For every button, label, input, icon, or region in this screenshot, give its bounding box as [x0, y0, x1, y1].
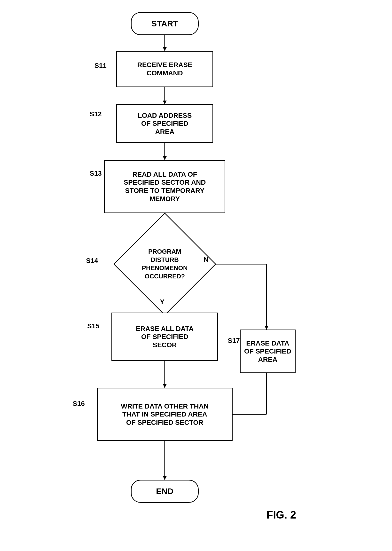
- s12-text: LOAD ADDRESS OF SPECIFIED AREA: [138, 111, 192, 136]
- s11-node: RECEIVE ERASE COMMAND: [116, 51, 213, 87]
- svg-marker-11: [163, 384, 167, 388]
- s17-node: ERASE DATA OF SPECIFIED AREA: [240, 330, 296, 373]
- s16-text: WRITE DATA OTHER THAN THAT IN SPECIFIED …: [121, 402, 209, 427]
- s12-node: LOAD ADDRESS OF SPECIFIED AREA: [116, 104, 213, 143]
- s16-label: S16: [73, 400, 85, 408]
- s13-text: READ ALL DATA OF SPECIFIED SECTOR AND ST…: [124, 170, 206, 203]
- s11-text: RECEIVE ERASE COMMAND: [137, 61, 192, 77]
- s14-label: S14: [86, 257, 98, 265]
- y-label: Y: [160, 298, 165, 306]
- n-label: N: [204, 256, 208, 263]
- end-node: END: [131, 480, 199, 503]
- s15-text: ERASE ALL DATA OF SPECIFIED SECOR: [136, 325, 194, 349]
- fig-label: FIG. 2: [267, 509, 296, 521]
- svg-marker-16: [265, 326, 268, 330]
- s13-node: READ ALL DATA OF SPECIFIED SECTOR AND ST…: [104, 160, 225, 213]
- svg-marker-1: [163, 47, 167, 51]
- s17-text: ERASE DATA OF SPECIFIED AREA: [244, 339, 291, 364]
- start-node: START: [131, 12, 199, 35]
- s11-label: S11: [94, 62, 107, 70]
- s16-node: WRITE DATA OTHER THAN THAT IN SPECIFIED …: [97, 388, 233, 441]
- svg-marker-13: [163, 476, 167, 480]
- svg-marker-3: [163, 101, 167, 104]
- s14-text: PROGRAM DISTURB PHENOMENON OCCURRED?: [138, 248, 191, 280]
- s15-label: S15: [87, 322, 99, 330]
- s14-diamond-wrapper: PROGRAM DISTURB PHENOMENON OCCURRED?: [128, 233, 201, 296]
- svg-marker-5: [163, 156, 167, 160]
- s13-label: S13: [90, 170, 102, 177]
- flowchart: START S11 RECEIVE ERASE COMMAND S12 LOAD…: [0, 0, 392, 551]
- s12-label: S12: [90, 110, 102, 118]
- s15-node: ERASE ALL DATA OF SPECIFIED SECOR: [111, 313, 218, 361]
- s17-label: S17: [228, 337, 240, 345]
